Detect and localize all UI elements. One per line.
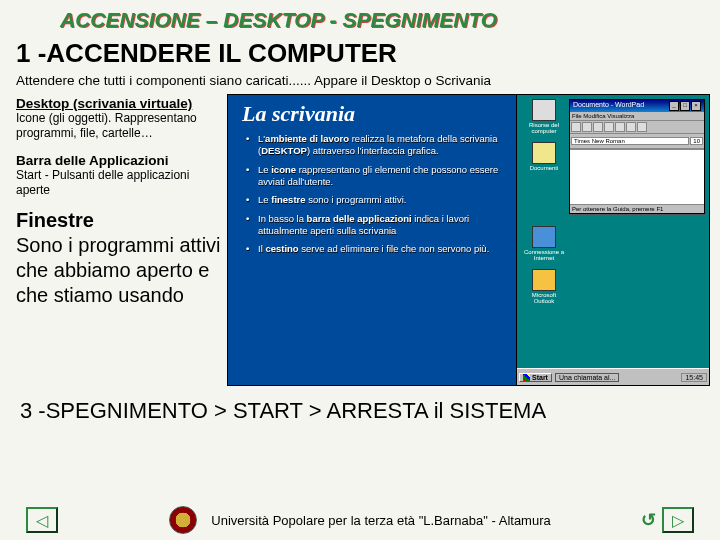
desktop-icons-column: Risorse del computer Documenti Connessio… [523,99,565,312]
minimize-icon: _ [669,101,679,111]
desktop-icon: Risorse del computer [523,99,565,134]
maximize-icon: □ [680,101,690,111]
slide-footer: ◁ Università Popolare per la terza età "… [0,506,720,534]
computer-icon [532,99,556,121]
footer-text: Università Popolare per la terza età "L.… [211,513,550,528]
crest-icon [169,506,197,534]
wordpad-window: Documento - WordPad _ □ × File Modifica … [569,99,705,214]
desktop-icon: Connessione a Internet [523,226,565,261]
internet-icon [532,226,556,248]
bullet-item: Le icone rappresentano gli elementi che … [252,164,506,189]
windows-flag-icon [523,374,530,381]
left-title-2: Barra delle Applicazioni [16,153,221,168]
taskbar-clock: 15:45 [681,373,707,382]
loop-icon[interactable]: ↺ [636,510,660,530]
bullet-item: Le finestre sono i programmi attivi. [252,194,506,206]
bullet-item: L'ambiente di lavoro realizza la metafor… [252,133,506,158]
left-title-1: Desktop (scrivania virtuale) [16,96,221,111]
left-title-3: Finestre Sono i programmi attivi che abb… [16,208,221,308]
close-icon: × [691,101,701,111]
slide-bottom-line: 3 -SPEGNIMENTO > START > ARRESTA il SIST… [0,386,720,426]
start-button: Start [519,373,552,382]
toolbar [570,121,704,134]
window-title: Documento - WordPad [573,101,644,111]
left-desc-1: Icone (gli oggetti). Rappresentano progr… [16,111,221,141]
taskbar-task: Una chiamata al... [555,373,619,382]
embedded-screenshot: La scrivania L'ambiente di lavoro realiz… [227,94,710,386]
font-select: Times New Roman [571,137,689,145]
status-bar: Per ottenere la Guida, premere F1 [570,204,704,213]
prev-button[interactable]: ◁ [26,507,58,533]
slide-heading: 1 -ACCENDERE IL COMPUTER [0,36,720,73]
left-desc-2: Start - Pulsanti delle applicazioni aper… [16,168,221,198]
next-button[interactable]: ▷ [662,507,694,533]
mini-desktop: Risorse del computer Documenti Connessio… [516,95,709,385]
menu-bar: File Modifica Visualizza [570,112,704,121]
bullet-item: Il cestino serve ad eliminare i file che… [252,243,506,255]
slide-subtext: Attendere che tutti i componenti siano c… [0,73,720,94]
screenshot-title: La scrivania [242,101,506,127]
size-select: 10 [690,137,703,145]
desktop-icon: Documenti [523,142,565,171]
bullet-item: In basso la barra delle applicazioni ind… [252,213,506,238]
screenshot-text-pane: La scrivania L'ambiente di lavoro realiz… [228,95,516,385]
slide-title: ACCENSIONE – DESKTOP - SPEGNIMENTO [0,0,720,36]
left-column: Desktop (scrivania virtuale) Icone (gli … [16,94,221,386]
content-row: Desktop (scrivania virtuale) Icone (gli … [0,94,720,386]
taskbar: Start Una chiamata al... 15:45 [517,368,709,385]
outlook-icon [532,269,556,291]
documents-icon [532,142,556,164]
font-row: Times New Roman 10 [570,134,704,149]
desktop-icon: Microsoft Outlook [523,269,565,304]
window-titlebar: Documento - WordPad _ □ × [570,100,704,112]
document-area [570,149,704,204]
